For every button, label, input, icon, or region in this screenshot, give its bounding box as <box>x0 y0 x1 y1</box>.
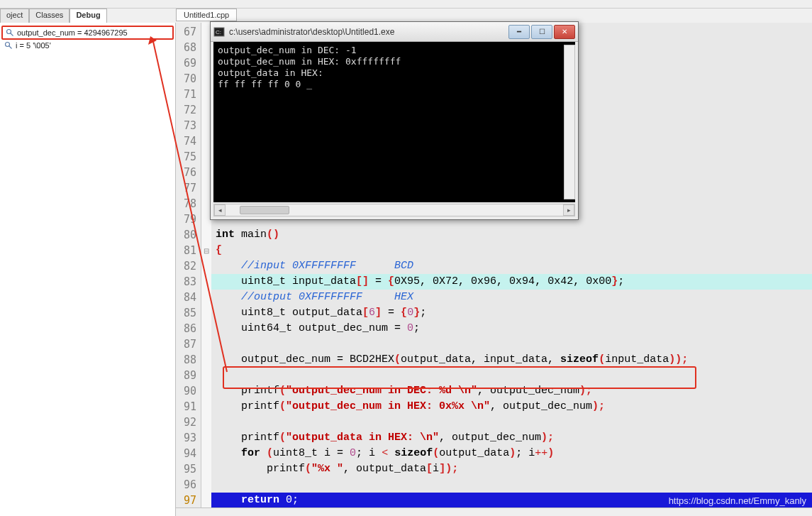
line-number: 83 <box>176 274 201 290</box>
watch-pane: output_dec_num = 4294967295 i = 5 '\005' <box>0 23 176 516</box>
console-line: output_dec_num in HEX: 0xffffffff <box>218 56 571 67</box>
line-number: 70 <box>176 71 201 87</box>
console-title: c:\users\administrator\desktop\Untitled1… <box>229 27 508 37</box>
code-line: //input 0XFFFFFFFF BCD <box>211 258 812 274</box>
code-line: int main() <box>211 227 812 243</box>
watch-item-i[interactable]: i = 5 '\005' <box>1 40 174 51</box>
fold-toggle-icon[interactable]: ⊟ <box>201 243 211 258</box>
svg-line-1 <box>11 33 13 36</box>
bottom-bar <box>176 507 812 516</box>
code-line: { <box>211 243 812 258</box>
line-number: 77 <box>176 180 201 196</box>
watch-label: output_dec_num = 4294967295 <box>17 28 128 37</box>
line-number: 88 <box>176 352 201 368</box>
svg-point-0 <box>7 30 11 34</box>
code-line: printf("output_dec_num in HEX: 0x%x \n",… <box>211 399 812 415</box>
line-number: 76 <box>176 165 201 180</box>
code-line: printf("output_dec_num in DEC: %d \n", o… <box>211 383 812 399</box>
filetab-untitled1[interactable]: Untitled1.cpp <box>176 9 237 21</box>
tab-classes[interactable]: Classes <box>29 9 69 23</box>
svg-point-2 <box>6 43 10 47</box>
code-line: output_dec_num = BCD2HEX(output_data, in… <box>211 352 812 368</box>
console-output[interactable]: output_dec_num in DEC: -1 output_dec_num… <box>213 42 575 202</box>
line-number: 93 <box>176 430 201 446</box>
window-buttons: ━ ☐ ✕ <box>508 25 575 39</box>
line-number: 72 <box>176 102 201 118</box>
line-number: 71 <box>176 87 201 102</box>
line-number: 96 <box>176 477 201 493</box>
magnifier-icon <box>4 41 13 50</box>
console-titlebar[interactable]: C: c:\users\administrator\desktop\Untitl… <box>211 22 578 42</box>
line-number: 73 <box>176 118 201 133</box>
line-number: 92 <box>176 415 201 430</box>
tab-project[interactable]: oject <box>0 9 29 23</box>
code-line: uint8_t input_data[] = {0X95, 0X72, 0x96… <box>211 274 812 290</box>
console-line: output_data in HEX: <box>218 67 571 79</box>
watch-label: i = 5 '\005' <box>16 41 51 50</box>
line-number: 75 <box>176 149 201 165</box>
line-number: 68 <box>176 40 201 55</box>
svg-text:C:: C: <box>216 29 221 35</box>
close-button[interactable]: ✕ <box>554 25 575 39</box>
svg-line-3 <box>9 46 12 49</box>
minimize-button[interactable]: ━ <box>508 25 530 39</box>
maximize-button[interactable]: ☐ <box>531 25 552 39</box>
code-line: uint8_t output_data[6] = {0}; <box>211 305 812 321</box>
code-line: printf("%x ", output_data[i]); <box>211 461 812 477</box>
line-number: 90 <box>176 383 201 399</box>
scroll-left-button[interactable]: ◂ <box>214 204 226 216</box>
line-number: 82 <box>176 258 201 274</box>
line-number: 67 <box>176 24 201 40</box>
console-line: output_dec_num in DEC: -1 <box>218 45 571 56</box>
code-line: for (uint8_t i = 0; i < sizeof(output_da… <box>211 446 812 461</box>
scroll-thumb[interactable] <box>240 206 289 214</box>
line-number: 81 <box>176 243 201 258</box>
file-tabs: Untitled1.cpp <box>176 9 237 21</box>
line-number: 74 <box>176 133 201 149</box>
top-strip <box>0 0 812 9</box>
line-number: 87 <box>176 336 201 352</box>
line-number: 79 <box>176 212 201 227</box>
line-number: 95 <box>176 461 201 477</box>
magnifier-icon <box>6 28 14 37</box>
line-gutter: 67 68 69 70 71 72 73 74 75 76 77 78 79 8… <box>176 23 201 507</box>
tab-debug[interactable]: Debug <box>69 9 106 23</box>
watch-item-output-dec-num[interactable]: output_dec_num = 4294967295 <box>1 26 174 40</box>
console-window[interactable]: C: c:\users\administrator\desktop\Untitl… <box>210 21 579 220</box>
scroll-right-button[interactable]: ▸ <box>563 204 574 216</box>
code-line: printf("output_data in HEX: \n", output_… <box>211 430 812 446</box>
line-number: 78 <box>176 196 201 212</box>
console-line: ff ff ff ff 0 0 _ <box>218 79 571 90</box>
line-number: 97 <box>176 493 201 508</box>
line-number: 84 <box>176 290 201 305</box>
line-number: 80 <box>176 227 201 243</box>
scroll-track[interactable] <box>226 204 563 216</box>
line-number: 89 <box>176 368 201 383</box>
line-number: 91 <box>176 399 201 415</box>
line-number: 94 <box>176 446 201 461</box>
line-number: 86 <box>176 321 201 336</box>
code-line: uint64_t output_dec_num = 0; <box>211 321 812 336</box>
console-app-icon: C: <box>213 26 225 38</box>
line-number: 85 <box>176 305 201 321</box>
left-tabs: oject Classes Debug <box>0 9 107 23</box>
watermark: https://blog.csdn.net/Emmy_kanly <box>669 495 806 506</box>
code-line: //output 0XFFFFFFFF HEX <box>211 290 812 305</box>
line-number: 69 <box>176 55 201 71</box>
console-hscrollbar[interactable]: ◂ ▸ <box>213 204 575 216</box>
console-vscrollbar[interactable] <box>564 45 575 199</box>
